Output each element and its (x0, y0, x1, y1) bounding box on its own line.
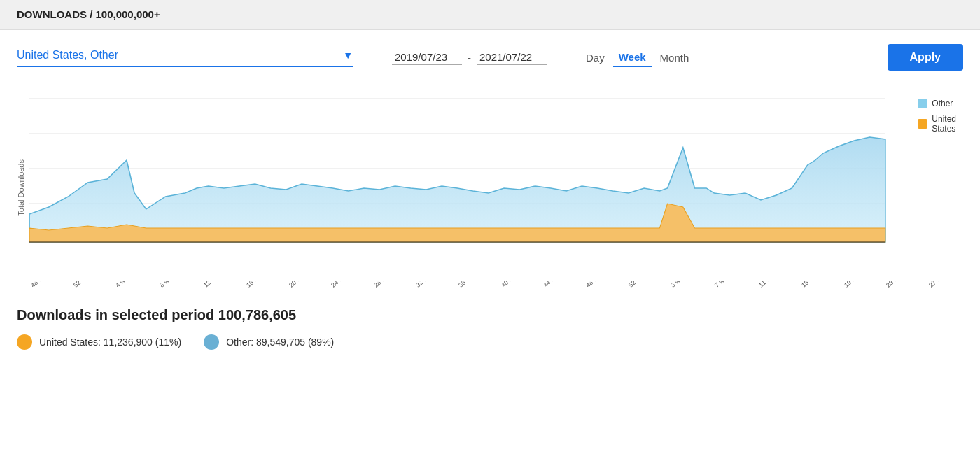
chart-container: Total Downloads 3,000,000 2,000,000 1,00… (17, 85, 963, 290)
summary-title: Downloads in selected period 100,786,605 (17, 307, 963, 323)
x-label: 40 week of... (500, 281, 532, 289)
summary-stats: United States: 11,236,900 (11%) Other: 8… (17, 334, 963, 350)
x-label: 48 week of... (584, 281, 617, 289)
chart-legend: Other UnitedStates (918, 99, 956, 134)
x-label: 16 week of... (245, 281, 277, 289)
x-label: 15 week of... (800, 281, 832, 289)
x-label: 3 week of 2... (669, 281, 702, 289)
period-week-button[interactable]: Week (613, 48, 652, 67)
x-label: 19 week of... (843, 281, 875, 289)
x-label: 27 week of... (927, 281, 960, 289)
date-end-input[interactable] (477, 50, 547, 65)
x-label: 11 week of... (757, 281, 790, 289)
stat-dot-other (204, 334, 219, 350)
chart-svg: 3,000,000 2,000,000 1,000,000 (29, 85, 963, 281)
x-label: 24 week of... (330, 281, 362, 289)
date-separator: - (468, 52, 471, 64)
x-label: 23 week of... (885, 281, 917, 289)
x-label: 44 week of... (542, 281, 574, 289)
summary-section: Downloads in selected period 100,786,605… (0, 290, 980, 350)
x-axis-labels: 48 week of... 52 week of... 4 week of 2.… (29, 281, 963, 290)
date-range-wrapper: - (392, 50, 547, 65)
legend-label-us: UnitedStates (932, 114, 956, 134)
period-day-button[interactable]: Day (580, 49, 610, 66)
x-label: 4 week of 2... (114, 281, 147, 289)
x-label: 8 week of 2... (158, 281, 191, 289)
controls-row: United States, Other ▼ - Day Week Month … (0, 30, 980, 78)
legend-item-us: UnitedStates (918, 114, 956, 134)
x-label: 7 week of 2... (713, 281, 746, 289)
period-month-button[interactable]: Month (654, 49, 695, 66)
stat-label-other: Other: 89,549,705 (89%) (226, 336, 334, 348)
apply-button[interactable]: Apply (888, 44, 963, 71)
legend-color-other (918, 99, 927, 108)
x-label: 20 week of... (288, 281, 320, 289)
x-label: 52 week of... (72, 281, 104, 289)
legend-item-other: Other (918, 99, 956, 108)
date-start-input[interactable] (392, 50, 462, 65)
stat-item-other: Other: 89,549,705 (89%) (204, 334, 334, 350)
header-bar: DOWNLOADS / 100,000,000+ (0, 0, 980, 30)
stat-item-us: United States: 11,236,900 (11%) (17, 334, 181, 350)
page-title: DOWNLOADS / 100,000,000+ (17, 8, 160, 20)
chevron-down-icon: ▼ (343, 50, 353, 61)
stat-dot-us (17, 334, 32, 350)
legend-label-other: Other (932, 99, 953, 108)
x-label: 52 week of... (627, 281, 659, 289)
x-label: 12 week of... (202, 281, 234, 289)
region-select-wrapper[interactable]: United States, Other ▼ (17, 48, 353, 67)
region-select-text: United States, Other (17, 49, 118, 62)
y-axis-label: Total Downloads (17, 159, 25, 216)
chart-area: Total Downloads 3,000,000 2,000,000 1,00… (17, 85, 963, 290)
x-label: 28 week of... (372, 281, 405, 289)
chart-main: 3,000,000 2,000,000 1,000,000 (29, 85, 963, 290)
legend-color-us (918, 119, 927, 129)
stat-label-us: United States: 11,236,900 (11%) (39, 336, 181, 348)
x-label: 32 week of... (414, 281, 447, 289)
x-label: 36 week of... (457, 281, 489, 289)
period-selector: Day Week Month (580, 48, 694, 67)
region-select-display[interactable]: United States, Other ▼ (17, 48, 353, 63)
x-label: 48 week of... (29, 281, 62, 289)
